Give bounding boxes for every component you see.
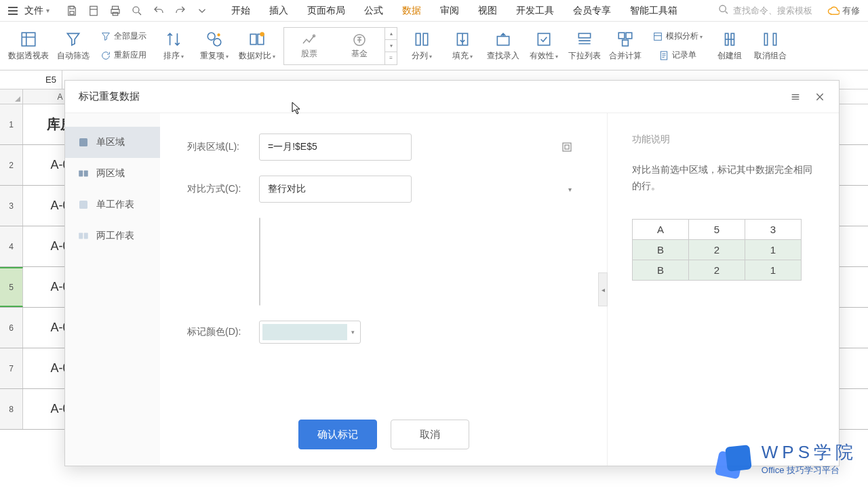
dialog-main: 列表区域(L): 对比方式(C): ▾ 标记颜色(D): — [160, 113, 608, 466]
svg-rect-38 — [563, 143, 571, 151]
svg-rect-31 — [773, 33, 776, 45]
funds-button[interactable]: 基金 — [334, 28, 384, 64]
chevron-down-icon: ▾ — [351, 329, 357, 336]
color-swatch — [262, 324, 347, 340]
sidebar-item-single-range[interactable]: 单区域 — [65, 127, 160, 158]
range-picker-icon[interactable] — [561, 141, 573, 153]
qat-more-icon[interactable] — [196, 5, 208, 17]
save-icon[interactable] — [66, 5, 78, 17]
hamburger-icon[interactable] — [8, 7, 18, 15]
cloud-icon — [827, 5, 840, 17]
undo-icon[interactable] — [153, 5, 165, 17]
find-icon[interactable] — [131, 5, 143, 17]
tab-smarttools[interactable]: 智能工具箱 — [629, 2, 679, 20]
dropdown-list-button[interactable]: 下拉列表 — [564, 26, 605, 66]
help-text: 对比当前选中区域，标记其中数据完全相同的行。 — [632, 162, 814, 195]
cloud-status[interactable]: 有修 — [827, 5, 860, 17]
name-box[interactable]: E5 — [0, 70, 62, 89]
row-header[interactable]: 8 — [0, 389, 23, 429]
ungroup-button[interactable]: 取消组合 — [750, 26, 791, 66]
svg-point-7 — [719, 5, 726, 12]
row-header[interactable]: 3 — [0, 186, 23, 226]
print-icon[interactable] — [109, 5, 121, 17]
method-select[interactable] — [259, 176, 412, 203]
row-header-selected[interactable]: 5 — [0, 267, 23, 307]
lookup-entry-button[interactable]: 查找录入 — [483, 26, 524, 66]
svg-rect-35 — [79, 201, 87, 209]
svg-point-9 — [208, 33, 215, 40]
svg-rect-18 — [423, 33, 428, 45]
data-compare-button[interactable]: 数据对比▾ — [235, 26, 279, 66]
consolidate-button[interactable]: 合并计算 — [605, 26, 646, 66]
show-all-button[interactable]: 全部显示 — [96, 28, 151, 45]
mark-color-picker[interactable]: ▾ — [259, 321, 361, 344]
sidebar-item-single-sheet[interactable]: 单工作表 — [65, 189, 160, 220]
validation-button[interactable]: 有效性▾ — [524, 26, 564, 66]
row-header[interactable]: 4 — [0, 226, 23, 266]
pivot-table-button[interactable]: 数据透视表 — [4, 26, 53, 66]
fill-button[interactable]: 填充▾ — [442, 26, 483, 66]
tab-layout[interactable]: 页面布局 — [306, 2, 347, 20]
tab-devtools[interactable]: 开发工具 — [515, 2, 555, 20]
dialog-titlebar[interactable]: 标记重复数据 — [65, 81, 839, 113]
svg-rect-36 — [79, 233, 83, 239]
select-all-corner[interactable] — [0, 89, 23, 104]
range-input[interactable] — [259, 134, 412, 161]
collapse-help-icon[interactable]: ◂ — [598, 272, 608, 306]
dialog-buttons: 确认标记 取消 — [160, 420, 607, 449]
sidebar-item-two-ranges[interactable]: 两区域 — [65, 158, 160, 189]
print-preview-icon[interactable] — [87, 5, 100, 17]
gallery-up-icon[interactable]: ▴ — [385, 28, 397, 40]
svg-rect-3 — [113, 6, 119, 9]
reapply-button[interactable]: 重新应用 — [96, 47, 151, 64]
cancel-button[interactable]: 取消 — [391, 420, 469, 449]
help-title: 功能说明 — [632, 134, 814, 146]
group-button[interactable]: 创建组 — [709, 26, 750, 66]
svg-rect-23 — [618, 33, 625, 39]
file-menu-label: 文件 — [24, 5, 43, 17]
autofilter-button[interactable]: 自动筛选 — [53, 26, 94, 66]
form-button[interactable]: 记录单 — [648, 47, 707, 64]
close-icon[interactable] — [814, 92, 825, 102]
tab-start[interactable]: 开始 — [230, 2, 252, 20]
svg-rect-20 — [497, 37, 509, 45]
svg-rect-2 — [90, 6, 98, 16]
data-type-gallery: 股票 基金 ▴▾≡ — [283, 27, 397, 65]
tab-insert[interactable]: 插入 — [268, 2, 290, 20]
text-to-columns-button[interactable]: 分列▾ — [401, 26, 442, 66]
quick-access-toolbar — [66, 5, 208, 17]
preview-box — [259, 218, 260, 306]
sidebar-item-two-sheets[interactable]: 两工作表 — [65, 220, 160, 251]
menu-icon[interactable] — [790, 92, 801, 102]
file-menu[interactable]: 文件 ▾ — [24, 5, 50, 17]
ribbon-tabs: 开始 插入 页面布局 公式 数据 审阅 视图 开发工具 会员专享 智能工具箱 — [230, 2, 679, 20]
svg-rect-1 — [70, 11, 74, 14]
stocks-button[interactable]: 股票 — [284, 28, 334, 64]
row-header[interactable]: 2 — [0, 145, 23, 185]
confirm-mark-button[interactable]: 确认标记 — [298, 420, 377, 449]
tab-review[interactable]: 审阅 — [439, 2, 460, 20]
tab-formula[interactable]: 公式 — [363, 2, 384, 20]
command-search[interactable]: 查找命令、搜索模板 — [718, 4, 812, 17]
duplicates-button[interactable]: 重复项▾ — [194, 26, 235, 66]
whatif-button[interactable]: 模拟分析▾ — [648, 28, 707, 45]
tab-member[interactable]: 会员专享 — [572, 2, 612, 20]
row-header[interactable]: 6 — [0, 308, 23, 348]
sort-button[interactable]: 排序▾ — [153, 26, 194, 66]
gallery-more-icon[interactable]: ≡ — [385, 52, 397, 64]
gallery-down-icon[interactable]: ▾ — [385, 40, 397, 52]
watermark-title: WPS学院 — [762, 441, 857, 464]
svg-rect-33 — [79, 171, 83, 177]
search-icon — [718, 4, 729, 17]
tab-data[interactable]: 数据 — [401, 2, 422, 20]
chevron-down-icon: ▾ — [46, 7, 50, 14]
row-header[interactable]: 1 — [0, 104, 23, 144]
wps-watermark: WPS学院 Office 技巧学习平台 — [717, 439, 857, 477]
row-header[interactable]: 7 — [0, 348, 23, 388]
svg-rect-32 — [79, 138, 87, 146]
chevron-down-icon[interactable]: ▾ — [568, 186, 572, 193]
redo-icon[interactable] — [174, 5, 186, 17]
color-label: 标记颜色(D): — [187, 326, 252, 338]
tab-view[interactable]: 视图 — [477, 2, 498, 20]
dialog-sidebar: 单区域 两区域 单工作表 两工作表 — [65, 113, 160, 466]
